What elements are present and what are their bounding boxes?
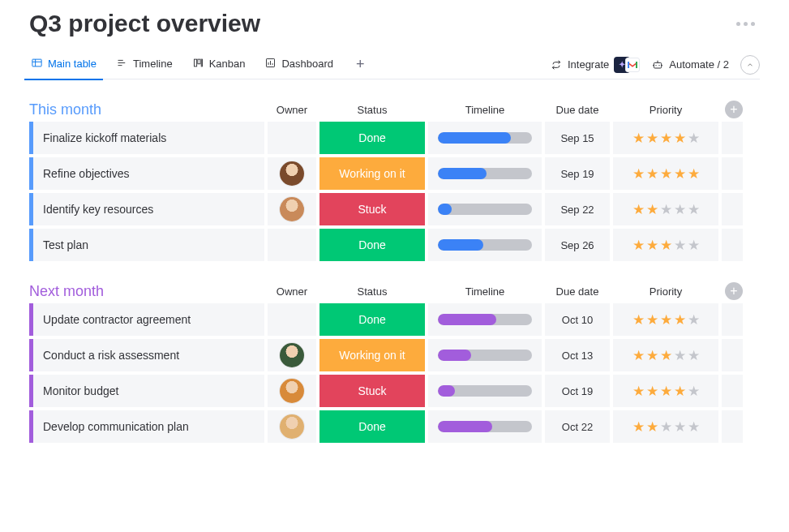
owner-cell[interactable] <box>268 375 316 407</box>
star-icon: ★ <box>632 347 645 364</box>
timeline-cell[interactable] <box>428 339 542 371</box>
tab-label: Dashboard <box>281 58 333 70</box>
timeline-cell[interactable] <box>428 303 542 336</box>
star-icon: ★ <box>632 165 645 182</box>
task-name-cell[interactable]: Finalize kickoff materials <box>29 122 264 154</box>
column-header-status[interactable]: Status <box>319 104 425 116</box>
owner-cell[interactable] <box>268 122 316 154</box>
due-date-cell[interactable]: Oct 13 <box>545 339 610 371</box>
due-date-cell[interactable]: Oct 19 <box>545 375 610 407</box>
star-icon: ★ <box>688 383 700 400</box>
tab-kanban[interactable]: Kanban <box>191 50 247 79</box>
integrate-button[interactable]: Integrate ✦ <box>550 57 640 73</box>
star-icon: ★ <box>660 418 672 435</box>
due-date-cell[interactable]: Sep 15 <box>545 122 610 154</box>
star-icon: ★ <box>688 130 700 147</box>
star-icon: ★ <box>660 165 672 182</box>
timeline-cell[interactable] <box>428 410 542 443</box>
task-name-cell[interactable]: Identify key resources <box>29 193 264 225</box>
task-name-cell[interactable]: Conduct a risk assessment <box>29 339 264 371</box>
tab-label: Main table <box>48 58 96 70</box>
due-date-cell[interactable]: Sep 19 <box>545 157 610 190</box>
status-cell[interactable]: Done <box>319 410 425 443</box>
column-header-owner[interactable]: Owner <box>268 285 316 298</box>
task-name-cell[interactable]: Develop communication plan <box>29 410 264 443</box>
progress-bar <box>438 168 532 179</box>
priority-cell[interactable]: ★★★★★ <box>613 229 718 261</box>
priority-cell[interactable]: ★★★★★ <box>613 375 718 407</box>
priority-cell[interactable]: ★★★★★ <box>613 410 718 443</box>
svg-rect-5 <box>654 62 662 68</box>
column-header-timeline[interactable]: Timeline <box>428 285 542 298</box>
owner-cell[interactable] <box>268 157 316 190</box>
owner-cell[interactable] <box>268 339 316 371</box>
priority-cell[interactable]: ★★★★★ <box>613 339 718 371</box>
column-header-priority[interactable]: Priority <box>613 104 718 116</box>
avatar[interactable] <box>280 343 304 367</box>
timeline-cell[interactable] <box>428 375 542 407</box>
status-cell[interactable]: Stuck <box>319 375 425 407</box>
owner-cell[interactable] <box>268 229 316 261</box>
tab-timeline[interactable]: Timeline <box>114 50 174 79</box>
due-date-cell[interactable]: Sep 26 <box>545 229 610 261</box>
star-icon: ★ <box>632 383 645 400</box>
status-cell[interactable]: Stuck <box>319 193 425 225</box>
extra-cell <box>722 157 743 190</box>
star-icon: ★ <box>646 418 658 435</box>
column-header-owner[interactable]: Owner <box>268 104 316 116</box>
owner-cell[interactable] <box>268 410 316 443</box>
timeline-cell[interactable] <box>428 157 542 190</box>
group-title[interactable]: This month <box>29 101 264 118</box>
due-date-cell[interactable]: Oct 10 <box>545 303 610 336</box>
status-cell[interactable]: Working on it <box>319 157 425 190</box>
tab-dashboard[interactable]: Dashboard <box>263 50 335 79</box>
priority-cell[interactable]: ★★★★★ <box>613 193 718 225</box>
column-header-timeline[interactable]: Timeline <box>428 104 542 116</box>
column-header-due-date[interactable]: Due date <box>545 285 610 298</box>
add-column-button[interactable]: + <box>725 282 743 300</box>
table-row: Finalize kickoff materialsDoneSep 15★★★★… <box>29 122 760 154</box>
status-cell[interactable]: Done <box>319 303 425 336</box>
avatar[interactable] <box>280 379 304 403</box>
add-column-button[interactable]: + <box>725 101 743 118</box>
svg-rect-3 <box>201 59 202 66</box>
task-name-cell[interactable]: Monitor budget <box>29 375 264 407</box>
status-cell[interactable]: Done <box>319 122 425 154</box>
column-header-due-date[interactable]: Due date <box>545 104 610 116</box>
column-header-status[interactable]: Status <box>319 285 425 298</box>
star-icon: ★ <box>632 418 645 435</box>
table-icon <box>31 57 43 71</box>
add-view-button[interactable]: + <box>351 56 370 73</box>
automate-label: Automate / 2 <box>669 58 729 71</box>
automate-button[interactable]: Automate / 2 <box>651 58 729 71</box>
owner-cell[interactable] <box>268 193 316 225</box>
group-title[interactable]: Next month <box>29 283 264 300</box>
task-name-cell[interactable]: Refine objectives <box>29 157 264 190</box>
due-date-cell[interactable]: Oct 22 <box>545 410 610 443</box>
task-name-cell[interactable]: Test plan <box>29 229 264 261</box>
timeline-cell[interactable] <box>428 229 542 261</box>
extra-cell <box>722 375 743 407</box>
due-date-cell[interactable]: Sep 22 <box>545 193 610 225</box>
progress-bar <box>438 350 532 361</box>
status-cell[interactable]: Working on it <box>319 339 425 371</box>
avatar[interactable] <box>280 197 304 221</box>
status-cell[interactable]: Done <box>319 229 425 261</box>
timeline-cell[interactable] <box>428 193 542 225</box>
collapse-button[interactable] <box>740 55 760 75</box>
star-icon: ★ <box>646 201 658 218</box>
column-header-priority[interactable]: Priority <box>613 285 718 298</box>
star-icon: ★ <box>674 165 686 182</box>
more-menu-button[interactable] <box>731 17 760 31</box>
avatar[interactable] <box>280 161 304 186</box>
priority-cell[interactable]: ★★★★★ <box>613 122 718 154</box>
priority-cell[interactable]: ★★★★★ <box>613 303 718 336</box>
timeline-cell[interactable] <box>428 122 542 154</box>
task-name-cell[interactable]: Update contractor agreement <box>29 303 264 336</box>
star-icon: ★ <box>688 165 700 182</box>
owner-cell[interactable] <box>268 303 316 336</box>
tab-main-table[interactable]: Main table <box>29 50 98 79</box>
star-icon: ★ <box>688 311 700 328</box>
avatar[interactable] <box>280 414 304 439</box>
priority-cell[interactable]: ★★★★★ <box>613 157 718 190</box>
